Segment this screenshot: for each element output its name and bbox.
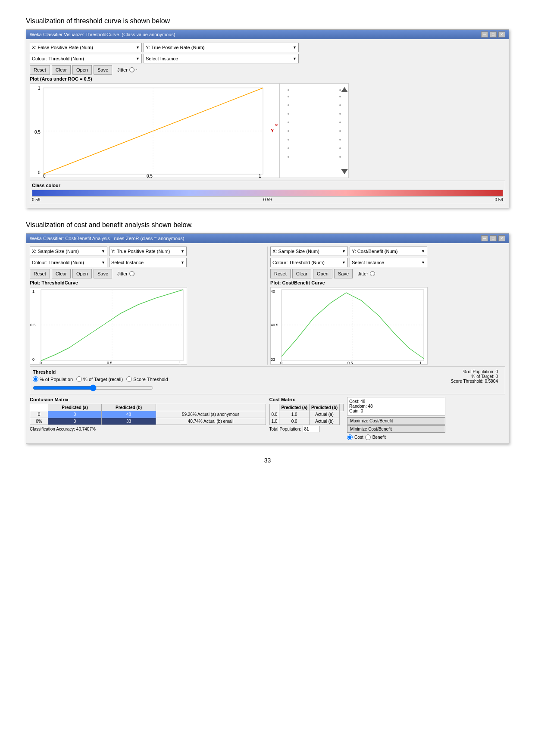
radio-score-input[interactable] — [126, 376, 132, 382]
left-reset-btn[interactable]: Reset — [30, 269, 50, 278]
cost-cell-10[interactable]: 1.0 — [269, 418, 279, 425]
svg-text:1: 1 — [32, 289, 34, 294]
right-jitter-radio[interactable] — [370, 271, 375, 276]
left-save-btn[interactable]: Save — [94, 269, 112, 278]
right-select-dropdown[interactable]: Select Instance ▼ — [350, 258, 427, 267]
left-clear-btn[interactable]: Clear — [52, 269, 71, 278]
window1-titlebar: Weka Classifier Visualize: ThresholdCurv… — [26, 30, 509, 39]
colour-dropdown[interactable]: Colour: Threshold (Num) ▼ — [30, 54, 142, 63]
x-label-left: 0 — [43, 174, 46, 178]
total-pop-row: Total Population: — [269, 426, 344, 432]
close-btn-2[interactable]: ✕ — [498, 235, 505, 241]
left-jitter-radio[interactable] — [129, 271, 135, 276]
cell-11: 33 — [102, 418, 156, 425]
svg-text:0.5: 0.5 — [347, 361, 353, 365]
threshold-title: Threshold — [33, 369, 168, 375]
close-btn[interactable]: ✕ — [498, 31, 505, 37]
benefit-radio[interactable] — [365, 434, 371, 440]
right-jitter-label: Jitter — [358, 271, 368, 276]
minimize-btn[interactable]: ─ — [481, 31, 488, 37]
left-select-arrow: ▼ — [181, 260, 185, 265]
right-save-btn[interactable]: Save — [334, 269, 353, 278]
right-x-label: X: Sample Size (Num) — [272, 249, 319, 254]
x-axis-dropdown[interactable]: X: False Positive Rate (Num) ▼ — [30, 43, 142, 52]
cost-cell-01[interactable]: 1.0 — [279, 411, 310, 418]
x-axis-arrow: ▼ — [136, 45, 140, 50]
minimize-btn-2[interactable]: ─ — [481, 235, 488, 241]
left-open-btn[interactable]: Open — [72, 269, 92, 278]
cost-radio-label: Cost — [354, 435, 363, 440]
plot-canvas-1[interactable]: 1 0.5 0 0 0.5 1 × Y — [30, 83, 280, 178]
right-plot-canvas[interactable]: 40 40.5 33 0 0.5 1 — [270, 287, 428, 365]
jitter-radio-1[interactable] — [129, 67, 135, 72]
select-instance-arrow: ▼ — [293, 56, 297, 61]
right-colour-dropdown[interactable]: Colour: Threshold (Num) ▼ — [270, 258, 348, 267]
right-open-btn[interactable]: Open — [313, 269, 332, 278]
jitter-label-1: Jitter — [117, 67, 128, 72]
cost-col-b: Predicted (b) — [309, 404, 339, 411]
reset-button-1[interactable]: Reset — [30, 65, 50, 75]
y-axis-dropdown[interactable]: Y: True Positive Rate (Num) ▼ — [144, 43, 299, 52]
left-colour-label: Colour: Threshold (Num) — [32, 260, 84, 265]
right-colour-label: Colour: Threshold (Num) — [272, 260, 325, 265]
y-label-mid: 0.5 — [34, 130, 41, 134]
radio-target-label: % of Target (recall) — [83, 377, 123, 382]
section1-title: Visualization of threshold curve is show… — [26, 17, 509, 25]
colour-bar-values: 0.59 0.59 0.59 — [32, 197, 503, 202]
open-button-1[interactable]: Open — [72, 65, 92, 75]
svg-text:0: 0 — [280, 361, 282, 365]
confusion-matrix-title: Confusion Matrix — [30, 397, 266, 402]
left-y-dropdown[interactable]: Y: True Positive Rate (Num) ▼ — [109, 247, 187, 256]
right-btn-row: Reset Clear Open Save Jitter — [270, 269, 505, 278]
svg-point-7 — [339, 89, 341, 91]
save-button-1[interactable]: Save — [94, 65, 112, 75]
cost-cell-00[interactable]: 0.0 — [269, 411, 279, 418]
left-jitter: Jitter — [117, 271, 135, 276]
restore-btn[interactable]: □ — [490, 31, 497, 37]
minimize-btn[interactable]: Minimize Cost/Benefit — [347, 425, 445, 433]
radio-population[interactable]: % of Population — [33, 376, 73, 382]
right-reset-btn[interactable]: Reset — [270, 269, 291, 278]
cost-radio[interactable] — [347, 434, 353, 440]
right-x-dropdown[interactable]: X: Sample Size (Num) ▼ — [270, 247, 348, 256]
right-jitter: Jitter — [358, 271, 375, 276]
svg-text:1: 1 — [179, 361, 181, 365]
plot-title-1: Plot (Area under ROC = 0.5) — [30, 76, 505, 81]
cost-actual-a: Actual (a) — [309, 411, 339, 418]
restore-btn-2[interactable]: □ — [490, 235, 497, 241]
svg-text:0.5: 0.5 — [107, 361, 113, 365]
cost-cell-11[interactable]: 0.0 — [279, 418, 310, 425]
left-x-arrow: ▼ — [101, 249, 105, 253]
left-x-dropdown[interactable]: X: Sample Size (Num) ▼ — [30, 247, 107, 256]
left-colour-dropdown[interactable]: Colour: Threshold (Num) ▼ — [30, 258, 107, 267]
svg-point-19 — [339, 139, 341, 141]
class-colour-section: Class colour 0.59 0.59 0.59 — [30, 181, 505, 204]
total-pop-input[interactable] — [303, 426, 320, 432]
right-clear-btn[interactable]: Clear — [292, 269, 311, 278]
cost-val: Cost: 48 — [349, 399, 443, 404]
maximize-btn[interactable]: Maximize Cost/Benefit — [347, 417, 445, 425]
left-plot-svg: 1 0.5 0 0 0.5 1 — [30, 287, 188, 365]
col-pred-b: Predicted (b) — [102, 404, 156, 411]
radio-target-input[interactable] — [76, 376, 82, 382]
left-plot-canvas[interactable]: 1 0.5 0 0 0.5 1 — [30, 287, 187, 365]
svg-text:Y: Y — [271, 128, 274, 133]
left-select-dropdown[interactable]: Select Instance ▼ — [109, 258, 187, 267]
left-x-label: X: Sample Size (Num) — [32, 249, 79, 254]
left-colour-arrow: ▼ — [101, 260, 105, 265]
select-instance-dropdown[interactable]: Select Instance ▼ — [144, 54, 299, 63]
radio-target[interactable]: % of Target (recall) — [76, 376, 123, 382]
radio-population-input[interactable] — [33, 376, 38, 382]
right-y-dropdown[interactable]: Y: Cost/Benefit (Num) ▼ — [350, 247, 427, 256]
radio-score[interactable]: Score Threshold — [126, 376, 168, 382]
threshold-slider[interactable] — [33, 384, 153, 391]
clear-button-1[interactable]: Clear — [52, 65, 71, 75]
x-axis-label: X: False Positive Rate (Num) — [32, 45, 93, 50]
info-score: Score Threshold: 0.5904 — [451, 379, 498, 384]
colour-label: Colour: Threshold (Num) — [32, 56, 84, 61]
right-x-arrow: ▼ — [342, 249, 346, 253]
window2-titlebar: Weka Classifier: Cost/Benefit Analysis -… — [26, 234, 509, 243]
cell-10: 0 — [48, 418, 101, 425]
actual-a-pct-0: 0 — [30, 411, 48, 418]
right-axis-row-1: X: Sample Size (Num) ▼ Y: Cost/Benefit (… — [270, 247, 505, 256]
